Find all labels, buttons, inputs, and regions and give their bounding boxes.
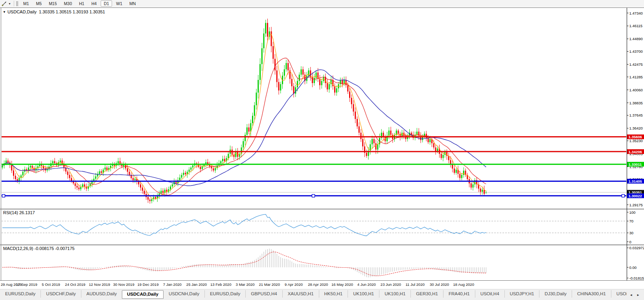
date-label: 28 Apr 2020 — [308, 282, 328, 287]
price-chart[interactable]: 1.473401.461151.448901.437001.424751.412… — [0, 7, 644, 289]
chart-tab-EURUSD-Daily[interactable]: EURUSD,Daily — [204, 290, 245, 298]
timeframe-button-M30[interactable]: M30 — [61, 0, 75, 7]
line-handle[interactable] — [312, 194, 315, 197]
svg-text:1.43700: 1.43700 — [629, 49, 643, 54]
line-handle[interactable] — [2, 194, 5, 197]
date-label: 25 Jan 2020 — [186, 282, 207, 287]
svg-text:1.35230: 1.35230 — [629, 139, 643, 143]
svg-text:1.34206: 1.34206 — [629, 150, 642, 154]
mt4-terminal: ▼ M1M5M15M30H1H4D1W1MN 1.473401.461151.4… — [0, 0, 644, 300]
timeframe-button-MN[interactable]: MN — [126, 0, 139, 7]
toolbar-grip-handle[interactable] — [16, 1, 18, 6]
chart-tab-GER30-H1[interactable]: GER30,H1 — [410, 290, 443, 298]
date-label: 18 Aug 2020 — [453, 282, 474, 287]
date-label: 17 Sep 2019 — [16, 282, 37, 287]
chart-tab-USDJPY-H1[interactable]: USDJPY,H1 — [504, 290, 539, 298]
date-label: 3 Mar 2020 — [236, 282, 254, 287]
svg-text:1.47340: 1.47340 — [629, 11, 643, 15]
svg-text:1.40060: 1.40060 — [629, 88, 643, 92]
svg-text:1.41285: 1.41285 — [629, 75, 643, 79]
price-badge-1.33011: 1.33011 — [627, 162, 644, 167]
svg-text:1.33011: 1.33011 — [629, 162, 642, 167]
svg-text:30: 30 — [629, 231, 634, 235]
chart-ohlc-values: 1.30335 1.30515 1.30193 1.30351 — [39, 9, 105, 14]
svg-text:100: 100 — [629, 210, 636, 215]
price-badge-1.34206: 1.34206 — [627, 149, 644, 154]
date-label: 21 Mar 2020 — [259, 282, 280, 287]
svg-text:1.30022: 1.30022 — [629, 194, 642, 198]
svg-text:1.44890: 1.44890 — [629, 37, 643, 41]
chart-tab-XAUUSD-H1[interactable]: XAUUSD,H1 — [282, 290, 319, 298]
chart-tab-UK100-H1[interactable]: UK100,H1 — [348, 290, 379, 298]
chart-tab-USOil-H1[interactable]: USOil,H1 — [611, 290, 627, 298]
chart-tab-CHINA300-H1[interactable]: CHINA300,H1 — [572, 290, 611, 298]
tab-scroll-right-icon[interactable]: ► — [635, 292, 642, 298]
price-badge-1.35606: 1.35606 — [627, 135, 644, 139]
date-label: 23 Jun 2020 — [381, 282, 401, 287]
chart-tabs: EURUSD,DailyUSDCHF,DailyAUDUSD,DailyUSDC… — [0, 290, 627, 300]
line-studies-dropdown-icon[interactable]: ▼ — [8, 2, 11, 5]
date-label: 4 Jun 2020 — [357, 282, 376, 287]
svg-text:0: 0 — [629, 240, 631, 244]
line-handle[interactable] — [622, 194, 625, 197]
date-label: 13 Feb 2020 — [210, 282, 231, 287]
date-label: 16 May 2020 — [331, 282, 353, 287]
timeframe-toolbar: M1M5M15M30H1H4D1W1MN — [20, 0, 139, 7]
chart-tab-USDCNH-Daily[interactable]: USDCNH,Daily — [164, 290, 204, 298]
chart-background — [0, 7, 644, 289]
chart-tab-HK50-H1[interactable]: HK50,H1 — [319, 290, 348, 298]
chart-title: ▼USDCAD,Daily 1.30335 1.30515 1.30193 1.… — [3, 9, 105, 14]
chart-tab-GBPUSD-H4[interactable]: GBPUSD,H4 — [245, 290, 282, 298]
svg-text:0.00: 0.00 — [629, 265, 637, 270]
timeframe-button-H4[interactable]: H4 — [88, 0, 99, 7]
date-label: 9 Apr 2020 — [285, 282, 303, 287]
svg-text:1.35606: 1.35606 — [629, 135, 642, 139]
svg-text:1.29175: 1.29175 — [629, 203, 643, 207]
timeframe-button-H1[interactable]: H1 — [76, 0, 87, 7]
chart-tab-UK100-H1[interactable]: UK100,H1 — [379, 290, 410, 298]
toolbar-separator — [14, 1, 14, 6]
svg-text:70: 70 — [629, 219, 634, 223]
timeframe-button-W1[interactable]: W1 — [113, 0, 125, 7]
tab-scroll-left-icon[interactable]: ◄ — [627, 292, 635, 298]
chart-tab-EURUSD-Daily[interactable]: EURUSD,Daily — [0, 290, 40, 298]
timeframe-button-M5[interactable]: M5 — [33, 0, 45, 7]
svg-text:1.46115: 1.46115 — [629, 24, 643, 28]
svg-text:1.31405: 1.31405 — [629, 179, 642, 183]
timeframe-button-D1[interactable]: D1 — [101, 0, 112, 7]
chart-tabs-bar: EURUSD,DailyUSDCHF,DailyAUDUSD,DailyUSDC… — [0, 289, 644, 300]
chart-tab-USDCHF-Daily[interactable]: USDCHF,Daily — [40, 290, 81, 298]
date-label: 24 Oct 2019 — [65, 282, 85, 287]
date-label: 30 Jul 2020 — [430, 282, 449, 287]
date-label: 7 Jan 2020 — [163, 282, 182, 287]
rsi-indicator-label: RSI(14) 26.1317 — [3, 210, 35, 215]
date-label: 11 Jul 2020 — [406, 282, 425, 287]
date-label: 19 Dec 2019 — [138, 282, 159, 287]
svg-text:1.38835: 1.38835 — [629, 101, 643, 105]
tab-scroll-arrows: ◄ ► — [627, 290, 642, 300]
price-badge-1.30022: 1.30022 — [627, 193, 644, 198]
chart-tab-USOil-H4[interactable]: USOil,H4 — [475, 290, 504, 298]
toolbar: ▼ M1M5M15M30H1H4D1W1MN — [0, 0, 644, 7]
price-badge-1.31405: 1.31405 — [627, 179, 644, 183]
chart-tab-AUDUSD-Daily[interactable]: AUDUSD,Daily — [81, 290, 122, 298]
chart-tab-DJ30-Daily[interactable]: DJ30,Daily — [539, 290, 572, 298]
chart-symbol-period: USDCAD,Daily — [7, 9, 37, 14]
line-studies-icon[interactable] — [1, 1, 7, 7]
macd-indicator-label: MACD(12,26,9) -0.008175 -0.007175 — [3, 246, 75, 251]
svg-text:1.36420: 1.36420 — [629, 126, 643, 130]
timeframe-button-M1[interactable]: M1 — [20, 0, 32, 7]
svg-text:-0.018154: -0.018154 — [629, 276, 644, 280]
date-label: 12 Nov 2019 — [89, 282, 110, 287]
collapse-arrow-icon[interactable]: ▼ — [3, 10, 6, 14]
svg-text:1.42475: 1.42475 — [629, 62, 643, 67]
date-label: 5 Oct 2019 — [42, 282, 60, 287]
chart-tab-FRA40-H1[interactable]: FRA40,H1 — [443, 290, 475, 298]
chart-tab-USDCAD-Daily[interactable]: USDCAD,Daily — [122, 290, 164, 299]
date-label: 30 Nov 2019 — [113, 282, 134, 287]
svg-text:0.032972: 0.032972 — [629, 246, 644, 250]
svg-text:1.37645: 1.37645 — [629, 113, 643, 117]
timeframe-button-M15[interactable]: M15 — [46, 0, 60, 7]
chart-window: 1.473401.461151.448901.437001.424751.412… — [0, 7, 644, 289]
